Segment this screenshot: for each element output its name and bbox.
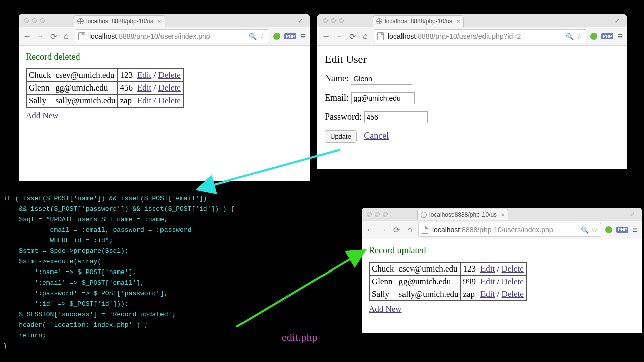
page-content: Record deleted Chuckcsev@umich.edu123Edi… [19,46,310,127]
browser-toolbar: ← → ⟳ ⌂ localhost:8888/php-10/users/edit… [317,27,627,46]
close-tab-icon[interactable]: × [501,212,504,218]
cell-name: Chuck [369,262,396,276]
cell-password: 456 [118,82,135,95]
globe-icon [77,18,84,24]
edit-link[interactable]: Edit [137,96,151,105]
url-host: localhost [89,32,117,40]
close-tab-icon[interactable]: × [457,18,460,24]
edit-link[interactable]: Edit [137,83,151,93]
browser-edit-form: localhost:8888/php-10/us × ← → ⟳ ⌂ local… [317,14,627,169]
delete-link[interactable]: Delete [502,277,524,286]
page-icon [422,226,428,234]
window-titlebar: localhost:8888/php-10/us × [19,14,310,27]
menu-icon[interactable]: ≡ [300,31,306,42]
home-button[interactable]: ⌂ [405,225,414,234]
forward-button: → [36,32,45,41]
mac-traffic-lights[interactable] [24,18,45,23]
password-label: Password: [325,112,362,122]
cell-email: csev@umich.edu [396,262,461,276]
menu-icon[interactable]: ≡ [632,225,638,235]
reload-button[interactable]: ⟳ [392,225,401,235]
fullscreen-icon[interactable] [615,17,622,24]
edit-link[interactable]: Edit [137,70,151,80]
extension-icon[interactable] [590,33,597,40]
zoom-icon[interactable]: 🔍 [249,33,257,40]
fullscreen-icon[interactable] [298,17,305,24]
tab-title: localhost:8888/php-10/us [385,18,452,25]
url-path: :8888/php-10/users/index.php [460,226,553,234]
cell-password: 123 [461,262,478,276]
mac-traffic-lights[interactable] [323,18,344,23]
page-icon [377,32,384,40]
name-label: Name: [325,73,349,83]
table-row: Sallysally@umich.eduzapEdit / Delete [369,288,526,301]
password-field[interactable] [364,111,428,123]
delete-link[interactable]: Delete [502,264,524,274]
add-new-link[interactable]: Add New [26,111,59,121]
browser-tab[interactable]: localhost:8888/php-10/us × [417,209,508,220]
php-badge-icon[interactable]: PHP [616,227,629,233]
delete-link[interactable]: Delete [502,289,524,299]
cell-email: sally@umich.edu [396,288,461,301]
close-tab-icon[interactable]: × [158,18,161,24]
forward-button: → [335,32,344,41]
fullscreen-icon[interactable] [630,211,637,218]
cell-password: zap [118,95,135,108]
status-message: Record updated [369,245,635,256]
home-button[interactable]: ⌂ [361,32,370,41]
update-button[interactable]: Update [325,130,357,143]
delete-link[interactable]: Delete [158,70,181,80]
cell-email: gg@umich.edu [396,276,461,288]
email-field[interactable] [351,92,415,104]
name-field[interactable] [351,73,412,85]
arrow-code-to-updated [236,256,355,327]
edit-link[interactable]: Edit [480,277,495,286]
browser-tab[interactable]: localhost:8888/php-10/us × [74,15,165,27]
zoom-icon[interactable]: 🔍 [566,33,574,40]
tab-title: localhost:8888/php-10/us [429,211,497,218]
bookmark-icon[interactable]: ☆ [577,33,583,40]
url-host: localhost [432,226,460,234]
cell-email: gg@umich.edu [53,82,118,95]
address-bar[interactable]: localhost:8888/php-10/users/index.php 🔍☆ [418,223,601,237]
mac-traffic-lights[interactable] [367,212,388,217]
php-badge-icon[interactable]: PHP [601,33,614,39]
edit-link[interactable]: Edit [480,264,495,274]
bookmark-icon[interactable]: ☆ [592,226,598,234]
cell-password: 123 [118,69,135,82]
php-badge-icon[interactable]: PHP [284,33,297,39]
extension-icon[interactable] [605,226,612,233]
zoom-icon[interactable]: 🔍 [581,226,589,234]
reload-button[interactable]: ⟳ [49,32,58,41]
home-button[interactable]: ⌂ [62,32,71,41]
delete-link[interactable]: Delete [158,96,181,105]
url-host: localhost [388,32,416,40]
back-button[interactable]: ← [321,32,331,41]
cell-name: Glenn [369,276,396,288]
back-button[interactable]: ← [23,32,32,41]
page-content: Edit User Name: Email: Password: Update … [317,46,627,149]
table-row: Chuckcsev@umich.edu123Edit / Delete [369,262,526,276]
reload-button[interactable]: ⟳ [348,32,357,41]
back-button[interactable]: ← [366,225,375,234]
table-row: Sallysally@umich.eduzapEdit / Delete [26,95,183,108]
cell-actions: Edit / Delete [135,95,183,108]
tab-title: localhost:8888/php-10/us [86,18,153,25]
address-bar[interactable]: localhost:8888/php-10/users/edit.php?id=… [374,29,586,43]
users-table: Chuckcsev@umich.edu123Edit / DeleteGlenn… [26,68,184,108]
address-bar[interactable]: localhost:8888/php-10/users/index.php 🔍☆ [75,29,269,43]
browser-tab[interactable]: localhost:8888/php-10/us × [373,15,464,27]
extension-icon[interactable] [273,33,280,40]
cell-actions: Edit / Delete [478,276,526,288]
menu-icon[interactable]: ≡ [617,31,623,42]
delete-link[interactable]: Delete [158,83,181,93]
cell-actions: Edit / Delete [478,288,526,301]
email-label: Email: [325,93,349,103]
add-new-link[interactable]: Add New [369,304,402,314]
page-title: Edit User [325,53,620,66]
cancel-link[interactable]: Cancel [364,131,389,141]
cell-actions: Edit / Delete [135,82,183,95]
edit-link[interactable]: Edit [480,289,495,299]
table-row: Chuckcsev@umich.edu123Edit / Delete [26,69,183,82]
bookmark-icon[interactable]: ☆ [260,33,266,40]
